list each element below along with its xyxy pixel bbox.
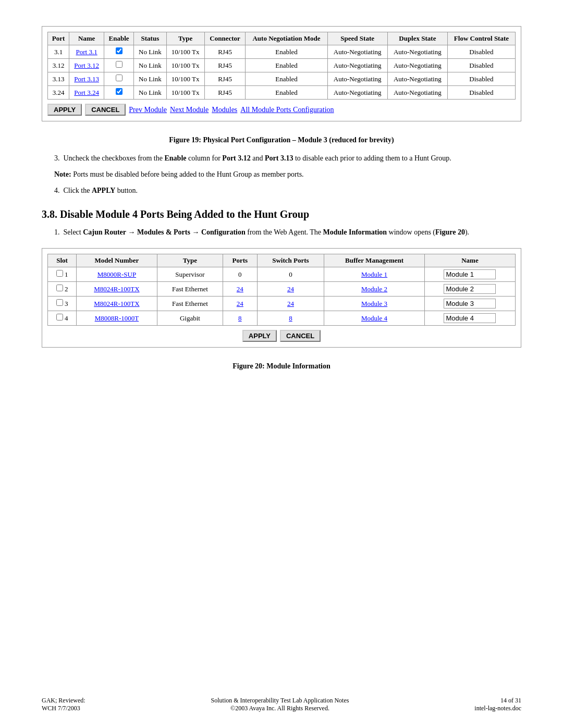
status-cell: No Link	[134, 72, 166, 86]
duplex-cell: Auto-Negotiating	[387, 59, 447, 72]
next-module-link[interactable]: Next Module	[170, 106, 209, 114]
figure19-container: Port Name Enable Status Type Connector A…	[42, 26, 521, 121]
table-row: 1M8000R-SUPSupervisor00Module 1	[48, 267, 516, 282]
model-cell[interactable]: M8000R-SUP	[77, 267, 157, 282]
duplex-cell: Auto-Negotiating	[387, 72, 447, 86]
status-cell: No Link	[134, 59, 166, 72]
type-cell: Supervisor	[157, 267, 223, 282]
slot-cell[interactable]: 1	[48, 267, 77, 282]
all-module-ports-link[interactable]: All Module Ports Configuration	[240, 106, 334, 114]
col-enable: Enable	[104, 32, 134, 45]
footer: GAK; Reviewed: WCH 7/7/2003 Solution & I…	[42, 697, 521, 712]
switch-ports-cell[interactable]: 24	[257, 282, 324, 297]
auto-neg-cell: Enabled	[246, 45, 327, 59]
flow-cell: Disabled	[447, 86, 515, 100]
step3-enable-bold: Enable	[164, 154, 186, 162]
col-switch-ports: Switch Ports	[257, 254, 324, 267]
name-val-cell[interactable]	[424, 282, 515, 297]
type-cell: Gigabit	[157, 311, 223, 326]
buffer-cell[interactable]: Module 2	[324, 282, 425, 297]
model-cell[interactable]: M8024R-100TX	[77, 282, 157, 297]
name-cell[interactable]: Port 3.24	[69, 86, 104, 100]
switch-ports-cell: 0	[257, 267, 324, 282]
slot-cell[interactable]: 2	[48, 282, 77, 297]
col-slot: Slot	[48, 254, 77, 267]
col-speed: Speed State	[327, 32, 387, 45]
configuration-bold: Configuration	[201, 228, 246, 236]
type-cell: Fast Ethernet	[157, 282, 223, 297]
step3-text: 3. Uncheck the checkboxes from the Enabl…	[54, 153, 521, 164]
status-cell: No Link	[134, 86, 166, 100]
port-cell: 3.1	[48, 45, 69, 59]
slot-cell[interactable]: 3	[48, 297, 77, 311]
step4-text: 4. Click the APPLY button.	[54, 185, 521, 196]
type-cell: Fast Ethernet	[157, 297, 223, 311]
enable-cell[interactable]	[104, 59, 134, 72]
col-buffer-mgmt: Buffer Management	[324, 254, 425, 267]
apply-button-fig19[interactable]: APPLY	[47, 104, 82, 116]
speed-cell: Auto-Negotiating	[327, 59, 387, 72]
ports-cell[interactable]: 24	[223, 282, 258, 297]
table-row: 3.13Port 3.13No Link10/100 TxRJ45Enabled…	[48, 72, 516, 86]
fig19-button-row: APPLY CANCEL Prev Module Next Module Mod…	[47, 104, 516, 116]
cancel-button-fig19[interactable]: CANCEL	[85, 104, 126, 116]
step3-port312-bold: Port 3.12	[222, 154, 250, 162]
flow-cell: Disabled	[447, 72, 515, 86]
ports-cell: 0	[223, 267, 258, 282]
footer-left: GAK; Reviewed: WCH 7/7/2003	[42, 697, 85, 712]
table-row: 3.1Port 3.1No Link10/100 TxRJ45EnabledAu…	[48, 45, 516, 59]
buffer-cell[interactable]: Module 3	[324, 297, 425, 311]
buffer-cell[interactable]: Module 4	[324, 311, 425, 326]
name-cell[interactable]: Port 3.13	[69, 72, 104, 86]
model-cell[interactable]: M8024R-100TX	[77, 297, 157, 311]
slot-cell[interactable]: 4	[48, 311, 77, 326]
apply-button-fig20[interactable]: APPLY	[242, 330, 277, 342]
enable-cell[interactable]	[104, 72, 134, 86]
name-val-cell[interactable]	[424, 297, 515, 311]
footer-center: Solution & Interoperability Test Lab App…	[211, 697, 349, 712]
table-row: 3M8024R-100TXFast Ethernet2424Module 3	[48, 297, 516, 311]
status-cell: No Link	[134, 45, 166, 59]
type-cell: 10/100 Tx	[166, 86, 204, 100]
enable-cell[interactable]	[104, 45, 134, 59]
table-row: 2M8024R-100TXFast Ethernet2424Module 2	[48, 282, 516, 297]
port-cell: 3.12	[48, 59, 69, 72]
auto-neg-cell: Enabled	[246, 86, 327, 100]
speed-cell: Auto-Negotiating	[327, 86, 387, 100]
duplex-cell: Auto-Negotiating	[387, 86, 447, 100]
table-row: 3.12Port 3.12No Link10/100 TxRJ45Enabled…	[48, 59, 516, 72]
cancel-button-fig20[interactable]: CANCEL	[280, 330, 321, 342]
col-ports: Ports	[223, 254, 258, 267]
modules-link[interactable]: Modules	[212, 106, 237, 114]
enable-cell[interactable]	[104, 86, 134, 100]
col-auto-neg: Auto Negotiation Mode	[246, 32, 327, 45]
port-cell: 3.13	[48, 72, 69, 86]
model-cell[interactable]: M8008R-1000T	[77, 311, 157, 326]
cajun-router-bold: Cajun Router	[83, 228, 126, 236]
speed-cell: Auto-Negotiating	[327, 45, 387, 59]
ports-cell[interactable]: 8	[223, 311, 258, 326]
name-cell[interactable]: Port 3.1	[69, 45, 104, 59]
speed-cell: Auto-Negotiating	[327, 72, 387, 86]
col-connector: Connector	[204, 32, 246, 45]
prev-module-link[interactable]: Prev Module	[129, 106, 167, 114]
col-name: Name	[69, 32, 104, 45]
module-info-bold: Module Information	[323, 228, 387, 236]
switch-ports-cell[interactable]: 8	[257, 311, 324, 326]
port-config-table: Port Name Enable Status Type Connector A…	[47, 32, 516, 100]
name-val-cell[interactable]	[424, 311, 515, 326]
step3-port313-bold: Port 3.13	[265, 154, 293, 162]
fig19-caption: Figure 19: Physical Port Configuration –…	[42, 136, 521, 144]
col-port: Port	[48, 32, 69, 45]
buffer-cell[interactable]: Module 1	[324, 267, 425, 282]
name-val-cell[interactable]	[424, 267, 515, 282]
switch-ports-cell[interactable]: 24	[257, 297, 324, 311]
flow-cell: Disabled	[447, 45, 515, 59]
figure20-ref-bold: Figure 20	[435, 228, 465, 236]
ports-cell[interactable]: 24	[223, 297, 258, 311]
name-cell[interactable]: Port 3.12	[69, 59, 104, 72]
fig20-button-row: APPLY CANCEL	[47, 330, 516, 342]
auto-neg-cell: Enabled	[246, 59, 327, 72]
type-cell: 10/100 Tx	[166, 59, 204, 72]
connector-cell: RJ45	[204, 59, 246, 72]
